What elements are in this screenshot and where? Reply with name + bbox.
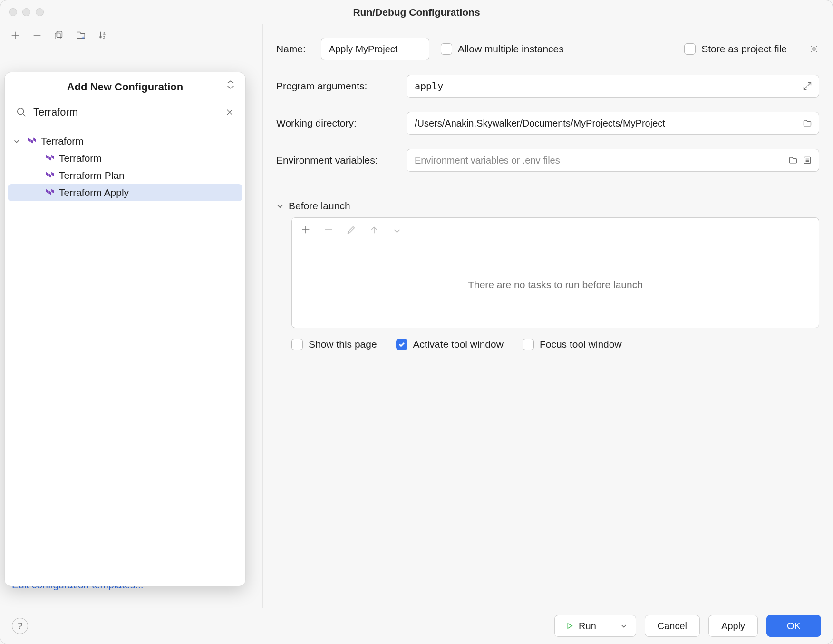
show-this-page-checkbox[interactable]: Show this page (291, 339, 377, 350)
left-panel: az Add New Configuration (0, 24, 263, 608)
tree-group-label: Terraform (41, 136, 84, 147)
svg-text:z: z (103, 35, 105, 39)
add-config-popover: Add New Configuration (4, 72, 246, 586)
window-title: Run/Debug Configurations (0, 7, 833, 18)
before-launch-title: Before launch (289, 200, 350, 212)
terraform-icon (45, 188, 54, 197)
svg-rect-1 (55, 33, 60, 39)
ok-button-label: OK (787, 621, 801, 632)
env-field-wrap (407, 149, 819, 172)
before-launch-header[interactable]: Before launch (276, 200, 819, 212)
run-button[interactable]: Run (554, 615, 636, 637)
tree-item-terraform[interactable]: Terraform (8, 150, 242, 167)
allow-multiple-label: Allow multiple instances (458, 43, 564, 55)
svg-point-5 (813, 48, 815, 50)
run-button-label: Run (579, 621, 596, 632)
terraform-icon (45, 171, 54, 180)
chevron-down-icon (13, 138, 22, 145)
env-label: Environment variables: (276, 155, 395, 166)
folder-icon[interactable] (803, 118, 812, 128)
store-as-project-label: Store as project file (701, 43, 787, 55)
search-icon (16, 107, 27, 117)
right-panel: Name: Allow multiple instances Store as … (263, 24, 833, 608)
folder-icon[interactable] (788, 156, 798, 165)
args-label: Program arguments: (276, 80, 395, 92)
workdir-label: Working directory: (276, 117, 395, 129)
focus-tool-window-label: Focus tool window (540, 339, 622, 350)
cancel-button[interactable]: Cancel (645, 615, 700, 637)
show-this-page-label: Show this page (309, 339, 377, 350)
terraform-icon (45, 154, 54, 163)
gear-icon[interactable] (809, 44, 819, 54)
env-input[interactable] (414, 155, 784, 166)
tree-item-terraform-apply[interactable]: Terraform Apply (8, 184, 242, 201)
args-input[interactable] (414, 80, 798, 92)
clear-search-icon[interactable] (225, 108, 234, 117)
remove-task-button (322, 224, 335, 236)
tree-item-label: Terraform Apply (59, 187, 129, 198)
popover-search-input[interactable] (32, 106, 220, 119)
name-field-wrap (321, 38, 429, 60)
name-label: Name: (276, 43, 306, 55)
add-config-button[interactable] (9, 29, 21, 41)
popover-search (15, 103, 235, 126)
before-launch-empty-text: There are no tasks to run before launch (292, 242, 819, 328)
store-as-project-checkbox[interactable]: Store as project file (684, 43, 787, 55)
tree-item-label: Terraform Plan (59, 170, 125, 181)
run-dropdown-button[interactable] (612, 615, 636, 636)
dialog-footer: ? Run Cancel Apply OK (0, 608, 833, 644)
focus-tool-window-checkbox[interactable]: Focus tool window (523, 339, 622, 350)
workdir-field-wrap (407, 112, 819, 135)
remove-config-button[interactable] (31, 29, 43, 41)
move-up-button (368, 224, 380, 236)
add-task-button[interactable] (300, 224, 312, 236)
workdir-input[interactable] (414, 117, 798, 129)
before-launch-toolbar (292, 218, 819, 242)
titlebar: Run/Debug Configurations (0, 0, 833, 24)
apply-button[interactable]: Apply (708, 615, 758, 637)
tree-item-label: Terraform (59, 153, 102, 164)
config-type-tree: Terraform Terraform Terraform Plan (5, 126, 245, 208)
cancel-button-label: Cancel (658, 621, 687, 632)
svg-rect-0 (57, 31, 62, 38)
expand-icon[interactable] (803, 81, 812, 91)
tree-item-terraform-plan[interactable]: Terraform Plan (8, 167, 242, 184)
apply-button-label: Apply (721, 621, 745, 632)
copy-config-button[interactable] (53, 29, 65, 41)
args-field-wrap (407, 75, 819, 98)
terraform-icon (27, 137, 36, 146)
svg-point-4 (18, 108, 24, 115)
play-icon (565, 622, 574, 630)
ok-button[interactable]: OK (766, 615, 821, 637)
list-icon[interactable] (803, 156, 812, 165)
sort-az-button[interactable]: az (97, 29, 109, 41)
popover-title: Add New Configuration (67, 81, 183, 93)
chevron-down-icon (620, 623, 627, 629)
left-toolbar: az (0, 24, 262, 44)
activate-tool-window-label: Activate tool window (413, 339, 504, 350)
move-down-button (391, 224, 403, 236)
edit-task-button (345, 224, 358, 236)
before-launch-box: There are no tasks to run before launch (291, 217, 819, 328)
tree-group-terraform[interactable]: Terraform (8, 133, 242, 150)
help-button[interactable]: ? (12, 618, 28, 634)
name-input[interactable] (328, 43, 450, 55)
allow-multiple-checkbox[interactable]: Allow multiple instances (441, 43, 564, 55)
chevron-down-icon (276, 202, 284, 210)
folder-add-button[interactable] (75, 29, 87, 41)
popover-collapse-button[interactable] (226, 80, 235, 89)
activate-tool-window-checkbox[interactable]: Activate tool window (396, 339, 504, 350)
